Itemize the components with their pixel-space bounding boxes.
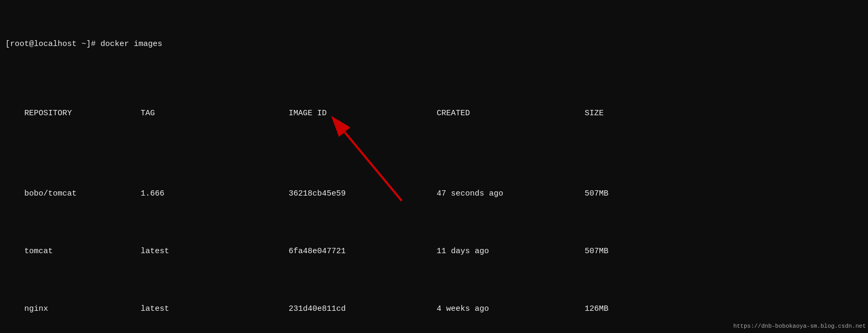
- row-0-tag: 1.666: [141, 188, 289, 200]
- row-1-id: 6fa48e047721: [289, 246, 437, 257]
- table-row: nginxlatest231d40e811cd4 weeks ago126MB: [5, 292, 863, 326]
- row-0-size: 507MB: [585, 188, 690, 200]
- row-1-created: 11 days ago: [437, 246, 585, 257]
- table-header: REPOSITORYTAGIMAGE IDCREATEDSIZE: [5, 96, 863, 131]
- row-0-repo: bobo/tomcat: [24, 188, 141, 200]
- row-0-id: 36218cb45e59: [289, 188, 437, 200]
- row-2-id: 231d40e811cd: [289, 303, 437, 315]
- table-row: bobo/tomcat1.66636218cb45e5947 seconds a…: [5, 177, 863, 211]
- header-id: IMAGE ID: [289, 108, 437, 119]
- row-2-repo: nginx: [24, 303, 141, 315]
- terminal: [root@localhost ~]# docker images REPOSI…: [0, 0, 868, 333]
- row-1-repo: tomcat: [24, 246, 141, 257]
- row-2-size: 126MB: [585, 303, 690, 315]
- row-2-created: 4 weeks ago: [437, 303, 585, 315]
- row-0-created: 47 seconds ago: [437, 188, 585, 200]
- row-2-tag: latest: [141, 303, 289, 315]
- table-row: tomcatlatest6fa48e04772111 days ago507MB: [5, 234, 863, 269]
- watermark: https://dnb-bobokaoya-sm.blog.csdn.net: [733, 322, 866, 331]
- command-line-1: [root@localhost ~]# docker images: [5, 39, 863, 50]
- row-1-tag: latest: [141, 246, 289, 257]
- row-1-size: 507MB: [585, 246, 690, 257]
- header-created: CREATED: [437, 108, 585, 119]
- header-tag: TAG: [141, 108, 289, 119]
- header-repo: REPOSITORY: [24, 108, 141, 119]
- header-size: SIZE: [585, 108, 690, 119]
